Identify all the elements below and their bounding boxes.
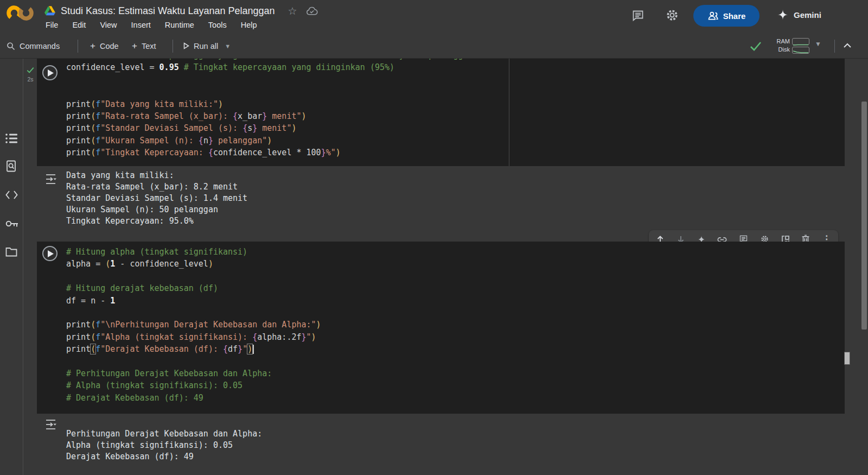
cell-output-2: Perhitungan Derajat Kebebasan dan Alpha:… xyxy=(37,414,845,475)
commands-button[interactable]: Commands xyxy=(7,34,60,58)
menu-file[interactable]: File xyxy=(46,21,58,29)
output-text: Data yang kita miliki:Rata-rata Sampel (… xyxy=(66,170,834,227)
code-line: # Hitung derajat kebebasan (df) xyxy=(66,282,837,294)
output-line: Data yang kita miliki: xyxy=(66,170,834,181)
disk-label: Disk xyxy=(766,46,790,54)
menu-view[interactable]: View xyxy=(100,21,117,29)
output-text: Perhitungan Derajat Kebebasan dan Alpha:… xyxy=(66,417,834,463)
play-icon xyxy=(48,250,54,257)
search-icon xyxy=(7,42,15,50)
app-header: Studi Kasus: Estimasi Waktu Layanan Pela… xyxy=(0,0,868,34)
code-line xyxy=(66,86,837,98)
play-icon xyxy=(48,69,54,77)
drive-icon xyxy=(44,6,55,16)
ram-usage-sparkline xyxy=(792,38,809,45)
check-icon xyxy=(27,67,34,73)
plus-icon: + xyxy=(90,41,95,52)
code-line: print(f"\nPerhitungan Derajat Kebebasan … xyxy=(66,319,837,331)
ram-label: RAM xyxy=(766,37,790,46)
execution-success-check-icon xyxy=(750,34,762,58)
find-and-replace-icon[interactable] xyxy=(5,160,18,175)
code-line xyxy=(66,270,837,282)
output-line xyxy=(66,417,834,428)
output-icon[interactable] xyxy=(44,418,58,433)
menu-bar: File Edit View Insert Runtime Tools Help xyxy=(46,21,257,29)
main-scrollbar-thumb[interactable] xyxy=(861,102,867,330)
code-cell-2[interactable]: # Hitung alpha (tingkat signifikansi)alp… xyxy=(37,242,845,414)
output-line: Alpha (tingkat signifikansi): 0.05 xyxy=(66,440,834,451)
code-line xyxy=(66,307,837,319)
output-line: Standar Deviasi Sampel (s): 1.4 menit xyxy=(66,193,834,204)
files-folder-icon[interactable] xyxy=(5,246,18,259)
code-cell-1[interactable]: n = 50 # Jumlah pelanggan yang disurvei … xyxy=(37,59,845,166)
code-editor-content[interactable]: n = 50 # Jumlah pelanggan yang disurvei … xyxy=(66,59,837,159)
resource-labels[interactable]: RAM Disk xyxy=(766,37,790,54)
cell-execution-status: 2s xyxy=(25,66,36,83)
code-line: print(f"Standar Deviasi Sampel (s): {s} … xyxy=(66,122,837,134)
output-line: Derajat Kebebasan (df): 49 xyxy=(66,451,834,463)
menu-help[interactable]: Help xyxy=(241,21,257,29)
run-cell-button[interactable] xyxy=(42,246,58,261)
resource-usage-graphs[interactable] xyxy=(792,38,809,54)
chevron-down-icon[interactable]: ▼ xyxy=(225,43,231,49)
notebook-toolbar: Commands + Code + Text Run all ▼ RAM Dis… xyxy=(0,34,868,59)
cloud-saved-icon[interactable] xyxy=(306,6,318,16)
gemini-sparkle-icon xyxy=(777,9,789,21)
code-line: # Derajat Kebebasan (df): 49 xyxy=(66,392,837,404)
star-icon[interactable]: ☆ xyxy=(288,5,297,17)
run-cell-button[interactable] xyxy=(42,65,58,80)
output-line: Perhitungan Derajat Kebebasan dan Alpha: xyxy=(66,428,834,440)
people-icon xyxy=(707,11,718,21)
comments-icon[interactable] xyxy=(631,9,644,22)
code-line: confidence_level = 0.95 # Tingkat keperc… xyxy=(66,61,837,73)
table-of-contents-icon[interactable] xyxy=(5,132,18,147)
cell-scrollbar-thumb[interactable] xyxy=(844,352,850,365)
code-line: # Alpha (tingkat signifikansi): 0.05 xyxy=(66,379,837,391)
resources-chevron-down-icon[interactable]: ▼ xyxy=(815,40,821,48)
code-snippets-icon[interactable] xyxy=(5,189,18,203)
code-line: print(f"Tingkat Kepercayaan: {confidence… xyxy=(66,147,837,159)
code-line: # Perhitungan Derajat Kebebasan dan Alph… xyxy=(66,368,837,379)
plus-icon: + xyxy=(132,41,137,52)
output-line: Ukuran Sampel (n): 50 pelanggan xyxy=(66,204,834,216)
menu-tools[interactable]: Tools xyxy=(208,21,227,29)
code-line: print(f"Rata-rata Sampel (x_bar): {x_bar… xyxy=(66,110,837,122)
disk-usage-sparkline xyxy=(792,47,809,54)
menu-runtime[interactable]: Runtime xyxy=(165,21,194,29)
add-code-button[interactable]: + Code xyxy=(90,34,119,58)
output-line: Rata-rata Sampel (x_bar): 8.2 menit xyxy=(66,181,834,193)
code-editor-content[interactable]: # Hitung alpha (tingkat signifikansi)alp… xyxy=(66,246,837,404)
run-all-button[interactable]: Run all ▼ xyxy=(183,34,231,58)
execution-time: 2s xyxy=(25,76,36,83)
text-cursor xyxy=(253,345,254,354)
play-outline-icon xyxy=(183,42,189,49)
output-icon[interactable] xyxy=(44,173,58,188)
code-line: df = n - 1 xyxy=(66,295,837,307)
gemini-button[interactable]: Gemini xyxy=(777,9,821,21)
secrets-key-icon[interactable] xyxy=(5,218,19,232)
collapse-sections-chevron-up-icon[interactable] xyxy=(843,41,852,50)
code-line: # Hitung alpha (tingkat signifikansi) xyxy=(66,246,837,258)
document-title-row: Studi Kasus: Estimasi Waktu Layanan Pela… xyxy=(44,3,318,18)
code-line xyxy=(66,356,837,368)
cell-output-1: Data yang kita miliki:Rata-rata Sampel (… xyxy=(37,166,845,230)
settings-gear-icon[interactable] xyxy=(665,8,679,22)
code-line: print(f"Data yang kita miliki:") xyxy=(66,98,837,110)
share-button[interactable]: Share xyxy=(693,5,760,27)
left-sidebar xyxy=(0,59,23,475)
menu-edit[interactable]: Edit xyxy=(72,21,86,29)
code-line: print(f"Derajat Kebebasan (df): {df}") xyxy=(66,343,837,355)
notebook-title[interactable]: Studi Kasus: Estimasi Waktu Layanan Pela… xyxy=(61,5,275,17)
gemini-label: Gemini xyxy=(794,10,821,20)
code-line: alpha = (1 - confidence_level) xyxy=(66,258,837,270)
menu-insert[interactable]: Insert xyxy=(131,21,151,29)
code-line: print(f"Ukuran Sampel (n): {n} pelanggan… xyxy=(66,135,837,147)
add-text-button[interactable]: + Text xyxy=(132,34,156,58)
colab-logo-icon[interactable] xyxy=(5,3,35,25)
code-line: print(f"Alpha (tingkat signifikansi): {a… xyxy=(66,331,837,343)
code-line xyxy=(66,74,837,86)
share-label: Share xyxy=(723,11,746,21)
output-line: Tingkat Kepercayaan: 95.0% xyxy=(66,216,834,227)
